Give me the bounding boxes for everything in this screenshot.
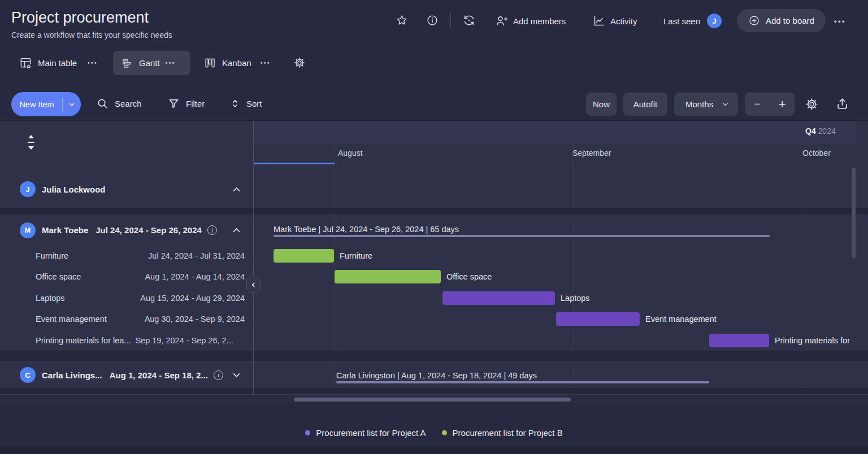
- month-label-october: October: [802, 149, 831, 158]
- info-icon[interactable]: i: [207, 225, 217, 235]
- group-dates-mark: Jul 24, 2024 - Sep 26, 2024: [96, 225, 202, 235]
- last-seen-avatar: J: [707, 14, 722, 28]
- group-summary-bar-mark[interactable]: [274, 235, 770, 237]
- panel-divider[interactable]: [253, 121, 254, 395]
- last-seen[interactable]: Last seen J: [663, 13, 722, 29]
- filter-funnel-icon: [167, 97, 180, 110]
- activity-button[interactable]: Activity: [592, 14, 637, 28]
- task-dates: Aug 1, 2024 - Aug 14, 2024: [145, 272, 245, 281]
- gantt-bar-office-space[interactable]: [335, 270, 441, 283]
- board-page: Project procurement Create a workflow th…: [0, 0, 868, 454]
- gantt-bar-label: Printing materials for: [775, 335, 850, 346]
- gear-icon: [805, 97, 819, 111]
- group-row-julia[interactable]: J Julia Lockwood: [0, 170, 253, 208]
- tab-gantt[interactable]: Gantt •••: [113, 51, 190, 75]
- new-item-dropdown-button[interactable]: [63, 101, 81, 108]
- legend-item-project-a: Procurement list for Project A: [305, 428, 426, 438]
- zoom-out-button[interactable]: −: [745, 98, 770, 111]
- info-icon[interactable]: i: [214, 370, 223, 380]
- zoom-in-button[interactable]: +: [770, 97, 795, 112]
- task-row-printing-materials[interactable]: Printing materials for lea... Sep 19, 20…: [0, 330, 253, 351]
- task-dates: Sep 19, 2024 - Sep 26, 2...: [135, 336, 233, 345]
- gantt-bar-printing-materials[interactable]: [709, 334, 769, 347]
- filter-button[interactable]: Filter: [167, 97, 205, 110]
- quarter-name: Q4: [805, 126, 816, 136]
- chevron-up-icon[interactable]: [231, 225, 242, 235]
- sort-chevrons-icon: [229, 97, 241, 110]
- chevron-up-icon[interactable]: [231, 184, 242, 195]
- tab-main-table[interactable]: Main table: [16, 51, 80, 75]
- table-home-icon: [19, 56, 32, 69]
- add-to-board-button[interactable]: Add to board: [737, 9, 826, 32]
- autofit-button[interactable]: Autofit: [623, 93, 667, 116]
- chevron-down-icon: [68, 101, 75, 108]
- collapse-panel-button[interactable]: [246, 277, 261, 293]
- legend-label: Procurement list for Project B: [453, 428, 563, 438]
- avatar-carla: C: [20, 367, 36, 383]
- quarter-year: 2024: [818, 126, 836, 136]
- tab-main-table-label: Main table: [38, 58, 77, 68]
- gantt-bar-label: Event management: [645, 314, 717, 324]
- gantt-bar-event-management[interactable]: [556, 312, 640, 326]
- legend-dot-purple: [305, 430, 310, 435]
- board-more-icon[interactable]: •••: [834, 17, 846, 25]
- now-label: Now: [593, 99, 610, 109]
- vscrollbar-thumb[interactable]: [852, 168, 856, 258]
- favorite-button[interactable]: [396, 14, 408, 27]
- gantt-settings-button[interactable]: [805, 97, 819, 111]
- tab-kanban[interactable]: Kanban: [200, 51, 255, 75]
- row-height-icon: [25, 134, 37, 151]
- gantt-bar-furniture[interactable]: [274, 249, 334, 263]
- kanban-more-icon[interactable]: •••: [261, 60, 271, 66]
- new-item-button[interactable]: New Item: [11, 100, 62, 109]
- last-seen-label: Last seen: [663, 16, 700, 26]
- task-name: Office space: [36, 272, 81, 281]
- gear-icon: [293, 56, 306, 69]
- chevron-down-icon[interactable]: [231, 370, 242, 381]
- chevron-left-icon: [250, 281, 257, 289]
- hscrollbar-thumb[interactable]: [294, 398, 571, 401]
- gantt-bar-laptops[interactable]: [442, 291, 555, 305]
- info-icon: [426, 14, 439, 27]
- add-to-board-label: Add to board: [766, 16, 814, 25]
- gantt-more-icon[interactable]: •••: [166, 60, 176, 66]
- legend-item-project-b: Procurement list for Project B: [442, 428, 563, 438]
- row-height-button[interactable]: [25, 134, 37, 151]
- search-label: Search: [115, 99, 142, 108]
- legend-dot-green: [442, 430, 447, 435]
- new-item-split-button[interactable]: New Item: [11, 92, 81, 116]
- group-row-mark[interactable]: M Mark Toebe Jul 24, 2024 - Sep 26, 2024…: [0, 215, 253, 245]
- add-members-button[interactable]: Add members: [495, 14, 566, 28]
- views-settings-button[interactable]: [293, 56, 306, 69]
- zoom-button-group: − +: [745, 93, 795, 116]
- export-button[interactable]: [835, 97, 849, 111]
- sort-label: Sort: [246, 99, 262, 108]
- tab-kanban-label: Kanban: [222, 58, 251, 68]
- sort-button[interactable]: Sort: [229, 97, 262, 110]
- task-row-furniture[interactable]: Furniture Jul 24, 2024 - Jul 31, 2024: [0, 245, 253, 266]
- now-button[interactable]: Now: [586, 93, 617, 116]
- task-row-event-management[interactable]: Event management Aug 30, 2024 - Sep 9, 2…: [0, 308, 253, 329]
- task-row-office-space[interactable]: Office space Aug 1, 2024 - Aug 14, 2024: [0, 266, 253, 287]
- add-members-label: Add members: [513, 16, 566, 26]
- timeline-quarter-row: [254, 121, 857, 143]
- zoom-unit-select[interactable]: Months: [674, 93, 738, 116]
- task-row-laptops[interactable]: Laptops Aug 15, 2024 - Aug 29, 2024: [0, 287, 253, 308]
- hscrollbar-track[interactable]: [0, 395, 868, 403]
- sync-icon: [462, 14, 476, 27]
- integrate-button[interactable]: [462, 14, 476, 27]
- task-dates: Aug 15, 2024 - Aug 29, 2024: [140, 294, 245, 303]
- export-icon: [835, 97, 849, 111]
- main-table-more-icon[interactable]: •••: [88, 60, 98, 66]
- group-row-carla[interactable]: C Carla Livings... Aug 1, 2024 - Sep 18,…: [0, 362, 253, 388]
- plus-circle-icon: [748, 15, 760, 27]
- group-summary-bar-carla[interactable]: [336, 381, 709, 383]
- info-button[interactable]: [426, 14, 439, 27]
- gantt-icon: [121, 57, 133, 69]
- board-legend: Procurement list for Project A Procureme…: [0, 428, 868, 438]
- search-button[interactable]: Search: [96, 97, 142, 110]
- autofit-label: Autofit: [633, 99, 658, 109]
- task-dates: Jul 24, 2024 - Jul 31, 2024: [148, 251, 245, 260]
- activity-chart-icon: [592, 14, 606, 28]
- task-name: Printing materials for lea...: [36, 336, 131, 345]
